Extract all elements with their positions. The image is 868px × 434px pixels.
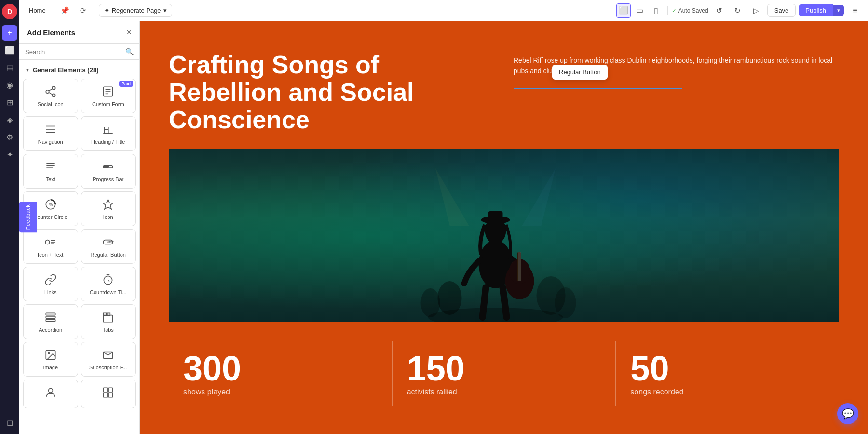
hero-section: Crafting Songs of Rebellion and Social C… (169, 41, 839, 134)
svg-rect-42 (108, 393, 113, 397)
tablet-device-btn[interactable]: ▭ (633, 3, 647, 18)
publish-dropdown-btn[interactable]: ▾ (833, 5, 844, 16)
device-selector: ⬜ ▭ ▯ (616, 3, 664, 18)
regenerate-button[interactable]: ✦ Regenerate Page ▾ (99, 4, 172, 17)
publish-main-btn[interactable]: Publish (799, 4, 833, 16)
redo-btn[interactable]: ↻ (731, 3, 745, 18)
element-regular-button[interactable]: Button Regular Button (81, 229, 136, 264)
sidebar-item-seo[interactable]: ◈ (2, 112, 17, 127)
checkmark-icon: ✓ (672, 7, 677, 14)
element-links[interactable]: Links (23, 267, 78, 301)
concert-bg (169, 149, 839, 322)
element-progress-bar[interactable]: Progress Bar (81, 154, 136, 189)
social-icon-label: Social Icon (38, 101, 64, 107)
svg-text:%: % (49, 202, 53, 207)
element-icon-text[interactable]: Icon + Text (23, 229, 78, 264)
top-bar: Home 📌 ⟳ ✦ Regenerate Page ▾ ⬜ ▭ ▯ ✓ Aut… (19, 0, 868, 21)
sidebar-item-settings[interactable]: ⚙ (2, 129, 17, 145)
panel-title: Add Elements (27, 28, 75, 37)
tabs-preview (101, 311, 115, 324)
element-tabs[interactable]: Tabs (81, 304, 136, 339)
search-bar: 🔍 (19, 44, 139, 60)
search-icon[interactable]: 🔍 (125, 48, 134, 55)
svg-rect-41 (104, 393, 108, 397)
chat-button[interactable]: 💬 (837, 403, 858, 424)
element-heading-title[interactable]: H Heading / Title (81, 116, 136, 151)
stat-number-activists: 150 (407, 351, 601, 386)
element-countdown-timer[interactable]: Countdown Ti... (81, 267, 136, 301)
undo-btn[interactable]: ↺ (712, 3, 727, 18)
chevron-icon: ▼ (25, 68, 30, 73)
stat-item-activists: 150 activists rallied (393, 341, 616, 406)
regular-button-label: Regular Button (91, 252, 126, 258)
canvas: Crafting Songs of Rebellion and Social C… (140, 21, 868, 434)
sidebar-item-pages[interactable]: ⬜ (2, 42, 17, 58)
svg-point-56 (421, 288, 440, 317)
save-button[interactable]: Save (767, 4, 796, 17)
history-icon[interactable]: ⟳ (76, 3, 91, 18)
element-image[interactable]: Image (23, 342, 78, 377)
divider-3 (667, 6, 668, 15)
hero-title: Crafting Songs of Rebellion and Social C… (169, 51, 494, 134)
element-social-icon[interactable]: Social Icon (23, 79, 78, 113)
svg-text:H: H (104, 125, 110, 135)
sidebar-item-add[interactable]: + (2, 25, 17, 41)
svg-rect-31 (46, 319, 55, 321)
svg-point-1 (46, 90, 49, 94)
sidebar-item-bottom[interactable]: ◻ (2, 415, 17, 430)
svg-point-57 (555, 287, 576, 318)
sidebar-item-ai[interactable]: ✦ (2, 147, 17, 162)
svg-rect-29 (46, 313, 55, 315)
auto-saved-status: ✓ Auto Saved (672, 7, 708, 14)
extra-1-preview (44, 386, 57, 399)
svg-point-21 (45, 240, 50, 244)
subscription-form-label: Subscription F... (89, 365, 127, 370)
element-extra-1[interactable] (23, 380, 78, 408)
tabs-label: Tabs (103, 327, 114, 333)
elements-grid: Social Icon Paid Custom Form Navigation (23, 79, 136, 408)
mobile-device-btn[interactable]: ▯ (649, 3, 664, 18)
stat-number-shows: 300 (183, 351, 378, 386)
section-header[interactable]: ▼ General Elements (28) (23, 64, 136, 77)
concert-image (169, 149, 839, 322)
element-accordion[interactable]: Accordion (23, 304, 78, 339)
navigation-label: Navigation (38, 139, 63, 145)
element-custom-form[interactable]: Paid Custom Form (81, 79, 136, 113)
app-logo[interactable]: D (2, 4, 17, 19)
panel-header: Add Elements × (19, 21, 139, 44)
svg-rect-33 (104, 313, 107, 315)
sidebar-item-media[interactable]: ◉ (2, 77, 17, 93)
social-icon-preview (44, 85, 57, 98)
element-extra-2[interactable] (81, 380, 136, 408)
feedback-button[interactable]: Feedback (19, 202, 37, 232)
regular-button-preview: Button (101, 235, 115, 249)
hamburger-menu-btn[interactable]: ≡ (848, 3, 862, 18)
hero-dashed-border (169, 41, 494, 41)
canvas-wrapper: Crafting Songs of Rebellion and Social C… (140, 21, 868, 434)
desktop-device-btn[interactable]: ⬜ (616, 3, 631, 18)
guitarist-svg (411, 168, 580, 322)
sidebar-item-layers[interactable]: ▤ (2, 60, 17, 75)
play-preview-btn[interactable]: ▷ (749, 3, 763, 18)
divider-2 (95, 6, 95, 15)
action-buttons: Save Publish ▾ (767, 4, 844, 17)
custom-form-label: Custom Form (92, 101, 124, 107)
left-toolbar: D + ⬜ ▤ ◉ ⊞ ◈ ⚙ ✦ ◻ (0, 0, 19, 434)
svg-text:Button: Button (106, 240, 114, 244)
element-navigation[interactable]: Navigation (23, 116, 78, 151)
pin-icon[interactable]: 📌 (58, 3, 72, 18)
subscription-form-preview (101, 348, 115, 362)
search-input[interactable] (25, 48, 122, 55)
regenerate-dropdown-icon: ▾ (163, 7, 167, 14)
sidebar-item-apps[interactable]: ⊞ (2, 95, 17, 110)
element-subscription-form[interactable]: Subscription F... (81, 342, 136, 377)
hero-left: Crafting Songs of Rebellion and Social C… (169, 41, 494, 134)
home-nav[interactable]: Home (25, 5, 50, 16)
panel-close-btn[interactable]: × (126, 28, 132, 37)
extra-2-preview (101, 386, 115, 399)
element-text[interactable]: Text (23, 154, 78, 189)
blue-line (514, 88, 682, 89)
svg-point-36 (48, 353, 49, 354)
element-icon[interactable]: Icon (81, 191, 136, 226)
links-preview (44, 273, 57, 286)
